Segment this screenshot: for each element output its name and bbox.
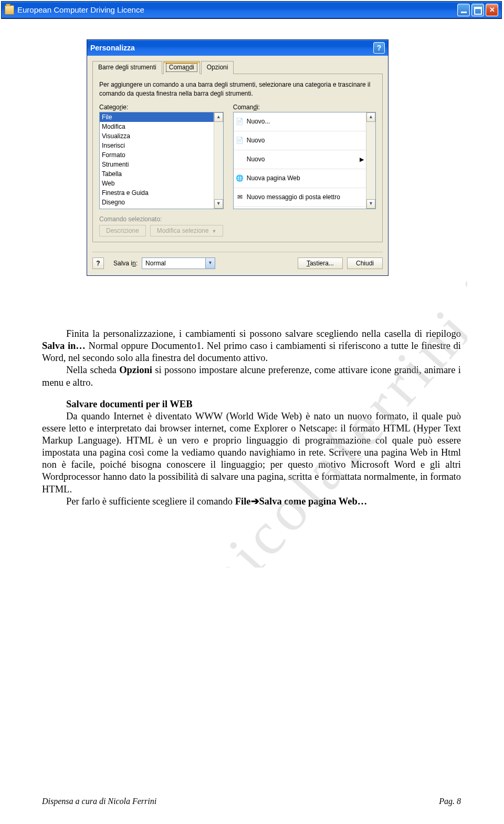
close-button[interactable] [486, 4, 498, 16]
command-item[interactable]: 📄 Nuovo [234, 131, 366, 150]
customize-dialog: Personalizza ? Barre degli strumenti Com… [87, 39, 388, 276]
scroll-down-icon[interactable]: ▼ [214, 199, 223, 209]
category-item[interactable]: Modifica [100, 122, 214, 131]
parent-window-title: European Computer Driving Licence [17, 5, 457, 14]
scroll-up-icon[interactable]: ▲ [214, 112, 223, 122]
selected-command-label: Comando selezionato: [99, 215, 376, 223]
context-help-button[interactable]: ? [92, 258, 104, 269]
minimize-button[interactable] [457, 4, 470, 16]
scrollbar[interactable]: ▲ ▼ [366, 112, 375, 209]
tab-strip: Barre degli strumenti Comandi Opzioni [92, 61, 383, 74]
tab-panel: Per aggiungere un comando a una barra de… [92, 74, 383, 242]
parent-window: European Computer Driving Licence [1, 1, 502, 19]
category-item[interactable]: Disegno [100, 198, 214, 207]
dialog-title-bar: Personalizza ? [87, 40, 388, 56]
mail-icon: ✉ [236, 193, 244, 201]
instruction-text: Per aggiungere un comando a una barra de… [99, 80, 376, 98]
chevron-down-icon: ▼ [212, 229, 216, 234]
category-item[interactable]: Formato [100, 150, 214, 160]
dialog-bottom-bar: ? Salva in: Normal ▼ Tastiera... Chiudi [92, 258, 383, 269]
paragraph: Per farlo è sufficiente scegliere il com… [42, 496, 461, 508]
window-controls [457, 4, 498, 16]
save-in-value: Normal [142, 260, 205, 267]
categories-listbox[interactable]: File Modifica Visualizza Inserisci Forma… [99, 112, 224, 209]
save-in-label: Salva in: [113, 260, 138, 267]
save-in-combo[interactable]: Normal ▼ [142, 258, 215, 269]
category-item[interactable]: Tabella [100, 169, 214, 179]
document-body: Finita la personalizzazione, i cambiamen… [42, 328, 461, 508]
scroll-down-icon[interactable]: ▼ [366, 199, 375, 209]
page-footer: Dispensa a cura di Nicola Ferrini Pag. 8 [42, 797, 461, 806]
close-dialog-button[interactable]: Chiudi [347, 258, 383, 269]
category-item-file[interactable]: File [100, 112, 214, 122]
submenu-arrow-icon: ▶ [360, 156, 364, 163]
category-item[interactable]: Visualizza [100, 131, 214, 141]
category-item[interactable]: Inserisci [100, 141, 214, 150]
help-button[interactable]: ? [373, 42, 385, 54]
category-item[interactable]: Finestra e Guida [100, 188, 214, 198]
folder-icon [5, 5, 14, 15]
scrollbar[interactable]: ▲ ▼ [214, 112, 223, 209]
parent-title-bar: European Computer Driving Licence [2, 2, 501, 18]
modify-selection-button: Modifica selezione▼ [150, 225, 224, 236]
keyboard-button[interactable]: Tastiera... [298, 258, 343, 269]
separator [92, 252, 383, 252]
tab-options[interactable]: Opzioni [201, 61, 234, 74]
command-item[interactable]: ✉ Nuovo messaggio di posta elettro [234, 188, 366, 207]
description-button: Descrizione [99, 225, 146, 236]
paragraph: Finita la personalizzazione, i cambiamen… [42, 328, 461, 364]
chevron-down-icon[interactable]: ▼ [205, 258, 215, 269]
command-item[interactable]: Nuovo ▶ [234, 150, 366, 169]
categories-label: Categorie: [99, 104, 224, 111]
paragraph: Da quando Internet è diventato WWW (Worl… [42, 410, 461, 496]
commands-listbox[interactable]: 📄 Nuovo... 📄 Nuovo Nuovo ▶ [233, 112, 376, 209]
footer-page: Pag. 8 [439, 797, 461, 806]
scroll-up-icon[interactable]: ▲ [366, 112, 375, 122]
command-item[interactable]: 📄 Nuovo... [234, 112, 366, 131]
footer-author: Dispensa a cura di Nicola Ferrini [42, 797, 156, 806]
web-page-icon: 🌐 [236, 174, 244, 182]
blank-icon [236, 155, 244, 163]
paragraph: Nella scheda Opzioni si possono impostar… [42, 364, 461, 388]
tab-toolbars[interactable]: Barre degli strumenti [92, 61, 162, 74]
tab-commands[interactable]: Comandi [163, 61, 200, 74]
commands-label: Comandi: [233, 104, 376, 111]
section-heading: Salvare documenti per il WEB [42, 398, 461, 410]
document-icon: 📄 [236, 136, 244, 145]
dialog-title: Personalizza [90, 44, 135, 52]
category-item[interactable]: Strumenti [100, 160, 214, 169]
command-item[interactable]: 🌐 Nuova pagina Web [234, 169, 366, 188]
maximize-button[interactable] [471, 4, 484, 16]
category-item[interactable]: Web [100, 179, 214, 188]
document-icon: 📄 [236, 117, 244, 126]
